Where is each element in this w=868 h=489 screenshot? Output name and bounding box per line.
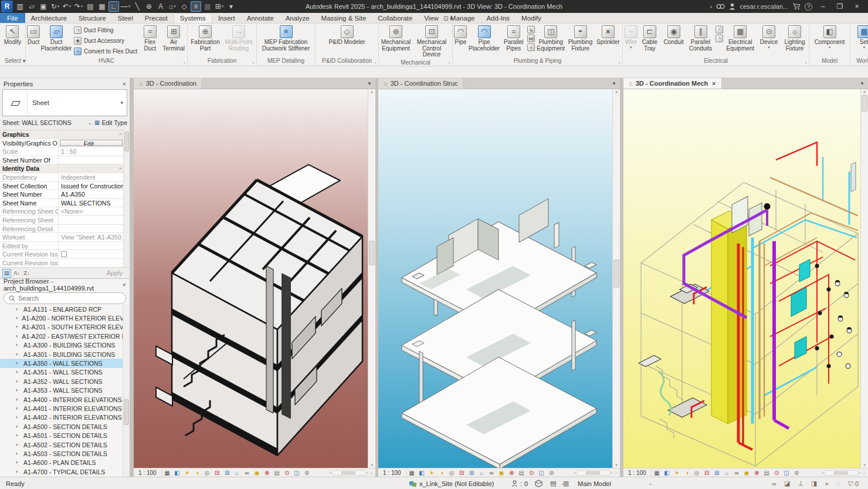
vertical-scrollbar[interactable]: ∧∨ xyxy=(860,89,868,468)
redo[interactable]: ↷ xyxy=(73,1,84,12)
ribbon-display-toggle[interactable]: ⊡ ▾ xyxy=(439,13,457,23)
mechanical-control-device-button[interactable]: ⊡Mechanical Control Device xyxy=(412,24,451,59)
rendering[interactable]: ◎ xyxy=(447,469,457,477)
temporary-hide-isolate[interactable]: ∞ xyxy=(242,469,252,477)
aligned-dimension[interactable]: ∟ xyxy=(108,1,119,12)
property-row[interactable]: Current Revision Issu... xyxy=(0,250,130,259)
editable-requests-button[interactable]: :0 xyxy=(511,477,528,489)
temporary-view-properties[interactable]: ▤ xyxy=(762,469,772,477)
detail-level[interactable]: ▦ xyxy=(652,469,662,477)
ribbon-tab[interactable]: Precast xyxy=(139,13,174,23)
resize-grip-icon[interactable]: .:: xyxy=(862,470,866,475)
expand-plus-icon[interactable]: + xyxy=(15,414,20,420)
expand-plus-icon[interactable]: + xyxy=(15,469,20,475)
panel-expander-icon[interactable]: ⌄ xyxy=(618,60,621,65)
expand-plus-icon[interactable]: + xyxy=(15,406,20,412)
sun-path[interactable]: ☀ xyxy=(182,469,192,477)
pipe-button[interactable]: ◠Pipe xyxy=(453,24,467,57)
close-view-icon[interactable]: × xyxy=(712,80,716,87)
ribbon-tab[interactable]: File xyxy=(0,13,25,23)
expand-plus-icon[interactable]: + xyxy=(15,424,20,430)
worksharing-display[interactable]: ⊗ xyxy=(752,469,762,477)
scroll-left-icon[interactable]: ‹ xyxy=(822,470,824,475)
browser-sheet-item[interactable]: + A1-A600 - PLAN DETAILS xyxy=(0,458,123,467)
crop-view[interactable]: ⊟ xyxy=(457,469,467,477)
minimize-button[interactable]: – xyxy=(816,2,829,11)
main-model-icon[interactable]: ▥ xyxy=(563,480,569,487)
close-button[interactable]: × xyxy=(850,2,863,11)
property-row[interactable]: Visibility/Graphics O... Edit... xyxy=(0,139,130,148)
scroll-left-icon[interactable]: ‹ xyxy=(330,470,331,475)
browser-sheet-item[interactable]: + A1-A401 - INTERIOR ELEVATIONS xyxy=(0,404,123,413)
horizontal-scrollbar[interactable] xyxy=(825,470,858,475)
worksharing-display[interactable]: ⊗ xyxy=(262,469,272,477)
pipe-accessory-icon[interactable]: ⋈ xyxy=(527,35,535,42)
background-processes[interactable]: ◌ xyxy=(836,480,840,487)
sort-descending-icon[interactable]: Z↓ xyxy=(22,269,31,278)
browser-sheet-item[interactable]: + A1-A700 - TYPICAL DETAILS xyxy=(0,467,123,476)
browser-sheet-item[interactable]: + A1-A301 - BUILDING SECTIONS xyxy=(0,350,123,359)
property-row[interactable]: Graphics xyxy=(0,130,130,139)
browser-sheet-item[interactable]: + A1-A500 - SECTION DETAILS xyxy=(0,422,123,431)
reveal-constraints[interactable]: ⊜ xyxy=(547,469,557,477)
user-icon[interactable] xyxy=(729,3,735,10)
cart-icon[interactable] xyxy=(792,3,801,10)
duct-fitting-button[interactable]: ¬Duct Fitting xyxy=(74,25,137,35)
scroll-left-icon[interactable]: ‹ xyxy=(574,470,576,475)
property-row[interactable]: Referencing Sheet C... <None> xyxy=(0,207,130,216)
instance-selector[interactable]: Sheet: WALL SECTIONS xyxy=(2,119,85,126)
expand-plus-icon[interactable]: + xyxy=(15,387,20,393)
paste[interactable]: ▦ xyxy=(97,1,107,12)
pid-modeler-button[interactable]: ◇P&ID Modeler xyxy=(326,24,369,57)
browser-sheet-item[interactable]: + A1-A503 - SECTION DETAILS xyxy=(0,449,123,458)
properties-scrollbar[interactable] xyxy=(123,130,130,267)
sort-ascending-icon[interactable]: A↓ xyxy=(12,269,21,278)
duct-accessory-button[interactable]: ◈Duct Accessory xyxy=(74,36,137,45)
browser-search[interactable] xyxy=(4,292,126,304)
mechanical-equipment-button[interactable]: ⊛Mechanical Equipment xyxy=(380,24,412,59)
browser-sheet-item[interactable]: + A1-A353 - WALL SECTIONS xyxy=(0,386,123,395)
temporary-hide-isolate[interactable]: ∞ xyxy=(732,469,742,477)
resize-grip-icon[interactable]: .:: xyxy=(613,470,618,475)
panel-expander-icon[interactable]: ⌄ xyxy=(804,60,808,65)
browser-sheet-item[interactable]: + A1-A352 - WALL SECTIONS xyxy=(0,377,123,386)
tab-list-dropdown-icon[interactable]: ▼ xyxy=(364,78,375,89)
set-work-plane-button[interactable]: ▦Set▾ xyxy=(857,24,868,57)
lock-3d-view[interactable]: ⌂ xyxy=(722,469,732,477)
expand-plus-icon[interactable]: + xyxy=(15,306,20,312)
browser-sheet-item[interactable]: + A1-A131 - ENLARGED RCP xyxy=(0,305,123,313)
temporary-view-properties[interactable]: ▤ xyxy=(272,469,282,477)
analytical-model[interactable]: ⊙ xyxy=(772,469,782,477)
chevron-down-icon[interactable]: ⌄ xyxy=(87,120,92,126)
browser-sheet-item[interactable]: + A1-A400 - INTERIOR ELEVATIONS xyxy=(0,395,123,404)
browser-sheet-item[interactable]: + A1-A300 - BUILDING SECTIONS xyxy=(0,341,123,350)
lock-3d-view[interactable]: ⌂ xyxy=(232,469,242,477)
ribbon-tab[interactable]: Systems xyxy=(174,13,212,23)
worksets-icon[interactable] xyxy=(535,480,542,487)
design-options-dropdown[interactable]: Main Model ⌄ xyxy=(578,477,653,489)
default-3d-view[interactable]: ⌂ xyxy=(167,1,178,12)
tab-list-dropdown-icon[interactable]: ▼ xyxy=(856,78,868,89)
resize-grip-icon[interactable]: .:: xyxy=(369,470,373,475)
ribbon-tab[interactable]: Analyze xyxy=(280,13,316,23)
shadows[interactable]: ◑ xyxy=(192,469,202,477)
scroll-right-icon[interactable]: › xyxy=(859,470,861,475)
ribbon-tab[interactable]: Steel xyxy=(112,13,139,23)
plumbing-fixture-button[interactable]: ◓Plumbing Fixture xyxy=(567,24,595,57)
expand-plus-icon[interactable]: + xyxy=(15,451,20,457)
expand-plus-icon[interactable]: + xyxy=(15,360,20,366)
fabrication-part-button[interactable]: ⊕Fabrication Part xyxy=(189,24,222,57)
section[interactable]: ◇ xyxy=(179,1,189,12)
property-row[interactable]: Sheet Collection Issued for Construction xyxy=(0,182,130,191)
lighting-fixture-button[interactable]: ☼Lighting Fixture xyxy=(782,24,808,57)
browser-sheet-item[interactable]: + A1-A202 - EAST/WEST EXTERIOR ELEVAT xyxy=(0,332,123,340)
close-hidden-windows[interactable]: ▩ xyxy=(202,1,213,12)
view-tab-3d-coordination-mech[interactable]: ⌂ 3D - Coordination Mech × xyxy=(623,78,722,89)
expand-plus-icon[interactable]: + xyxy=(15,324,18,330)
sprinkler-button[interactable]: ∗Sprinkler xyxy=(595,24,622,57)
sun-path[interactable]: ☀ xyxy=(427,469,437,477)
ribbon-tab[interactable]: Insert xyxy=(212,13,241,23)
conduit-fitting-icon[interactable]: ◝ xyxy=(716,35,723,42)
viewport-canvas-architectural-section[interactable] xyxy=(134,89,375,468)
expand-plus-icon[interactable]: + xyxy=(15,315,18,321)
